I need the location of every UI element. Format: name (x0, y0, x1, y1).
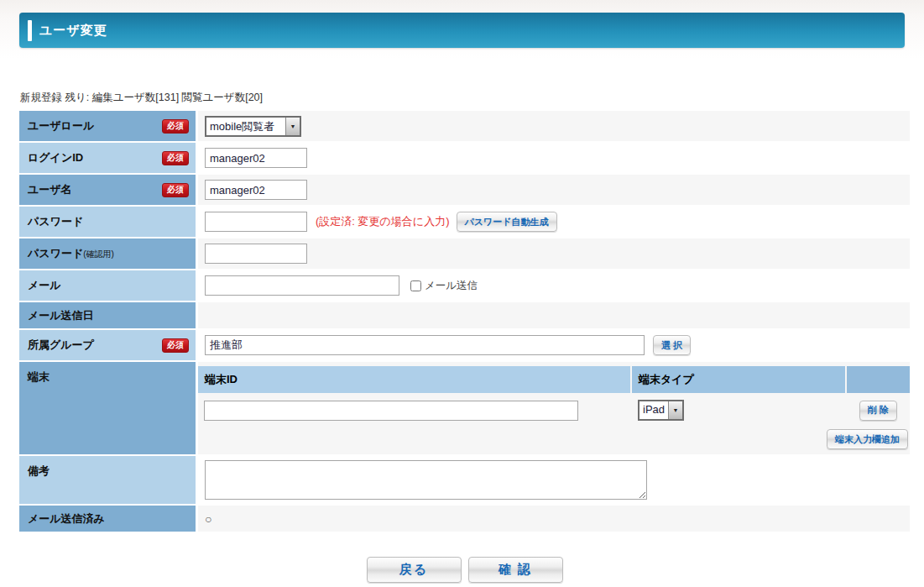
required-badge: 必須 (162, 183, 189, 197)
password-confirm-value-cell (198, 238, 910, 269)
group-input[interactable] (205, 335, 645, 355)
remaining-users-status: 新規登録 残り: 編集ユーザ数[131] 閲覧ユーザ数[20] (20, 91, 924, 105)
confirm-button[interactable]: 確 認 (468, 557, 563, 583)
mail-sent-date-label: メール送信日 (28, 308, 94, 323)
page-title: ユーザ変更 (39, 23, 107, 39)
password-confirm-input[interactable] (205, 244, 307, 264)
required-badge: 必須 (162, 151, 189, 165)
terminal-type-select[interactable]: iPad ▼ (638, 400, 684, 421)
mail-send-checkbox[interactable] (410, 280, 421, 291)
required-badge: 必須 (162, 338, 189, 353)
remarks-label: 備考 (28, 464, 50, 479)
form-row-group: 所属グループ 必須 選 択 (19, 330, 910, 360)
form-row-terminal: 端末 端末ID 端末タイプ iPad ▼ 削 除 (19, 362, 910, 454)
mail-sent-flag-value-cell: ○ (198, 506, 910, 532)
login-id-label-cell: ログインID 必須 (19, 143, 196, 173)
group-select-button[interactable]: 選 択 (653, 335, 691, 355)
group-label: 所属グループ (28, 338, 94, 353)
password-input[interactable] (205, 212, 307, 232)
form-row-mail: メール メール送信 (19, 270, 910, 301)
user-name-value-cell (198, 175, 910, 205)
form-row-user-role: ユーザロール 必須 mobile閲覧者 ▼ (19, 111, 910, 141)
terminal-add-row-button[interactable]: 端末入力欄追加 (827, 429, 908, 449)
group-value-cell: 選 択 (198, 330, 910, 360)
mail-value-cell: メール送信 (198, 270, 910, 301)
password-label-cell: パスワード (19, 207, 196, 237)
user-name-input[interactable] (205, 180, 307, 200)
terminal-label-cell: 端末 (19, 362, 196, 454)
password-note: (設定済: 変更の場合に入力) (316, 214, 450, 229)
password-label: パスワード (28, 214, 83, 229)
remarks-label-cell: 備考 (19, 456, 196, 504)
mail-sent-date-label-cell: メール送信日 (19, 302, 196, 328)
password-confirm-label-cell: パスワード(確認用) (19, 238, 196, 269)
terminal-id-input[interactable] (204, 401, 578, 421)
password-confirm-label: パスワード(確認用) (28, 246, 114, 261)
login-id-value-cell (198, 143, 910, 173)
user-name-label: ユーザ名 (28, 182, 72, 197)
mail-send-checkbox-label: メール送信 (425, 279, 478, 293)
form-row-login-id: ログインID 必須 (19, 143, 910, 173)
form-row-mail-sent-flag: メール送信済み ○ (19, 506, 910, 532)
mail-input[interactable] (205, 275, 399, 296)
terminal-type-selected-value: iPad (639, 401, 668, 419)
form-row-user-name: ユーザ名 必須 (19, 175, 910, 205)
mail-sent-flag-label: メール送信済み (28, 511, 105, 527)
user-role-value-cell: mobile閲覧者 ▼ (198, 111, 910, 141)
mail-sent-flag-label-cell: メール送信済み (19, 506, 196, 532)
group-label-cell: 所属グループ 必須 (19, 330, 196, 360)
terminal-table-header: 端末ID 端末タイプ (198, 366, 910, 393)
footer-actions: 戻る 確 認 (19, 557, 910, 583)
login-id-input[interactable] (205, 148, 307, 168)
mail-sent-flag-value: ○ (205, 513, 211, 525)
required-badge: 必須 (162, 119, 189, 134)
mail-sent-date-value-cell (198, 302, 910, 328)
password-confirm-label-suffix: (確認用) (83, 249, 114, 259)
terminal-table-row: iPad ▼ 削 除 (198, 393, 910, 427)
terminal-id-column-header: 端末ID (198, 366, 630, 393)
terminal-delete-button[interactable]: 削 除 (859, 401, 897, 421)
terminal-type-column-header: 端末タイプ (632, 366, 845, 393)
user-role-label-cell: ユーザロール 必須 (19, 111, 196, 141)
remarks-value-cell (198, 456, 910, 504)
password-generate-button[interactable]: パスワード自動生成 (457, 212, 557, 232)
terminal-action-column-header (847, 366, 910, 393)
mail-label: メール (28, 278, 61, 293)
terminal-label: 端末 (28, 369, 50, 385)
form-row-mail-sent-date: メール送信日 (19, 302, 910, 328)
user-name-label-cell: ユーザ名 必須 (19, 175, 196, 205)
form-row-remarks: 備考 (19, 456, 910, 504)
login-id-label: ログインID (28, 150, 83, 165)
back-button[interactable]: 戻る (367, 557, 462, 583)
mail-label-cell: メール (19, 270, 196, 301)
chevron-down-icon: ▼ (285, 118, 300, 135)
form-row-password-confirm: パスワード(確認用) (19, 238, 910, 269)
user-edit-form: ユーザロール 必須 mobile閲覧者 ▼ ログインID 必須 ユーザ名 必須 (19, 111, 910, 532)
remarks-textarea[interactable] (205, 460, 647, 500)
terminal-value-cell: 端末ID 端末タイプ iPad ▼ 削 除 端末入力 (198, 362, 910, 454)
title-accent-bar (28, 20, 32, 41)
password-value-cell: (設定済: 変更の場合に入力) パスワード自動生成 (198, 207, 910, 237)
user-role-label: ユーザロール (28, 118, 94, 134)
chevron-down-icon: ▼ (668, 401, 682, 419)
form-row-password: パスワード (設定済: 変更の場合に入力) パスワード自動生成 (19, 207, 910, 237)
page-title-bar: ユーザ変更 (19, 13, 905, 48)
user-role-selected-value: mobile閲覧者 (206, 118, 285, 135)
user-role-select[interactable]: mobile閲覧者 ▼ (205, 116, 301, 137)
